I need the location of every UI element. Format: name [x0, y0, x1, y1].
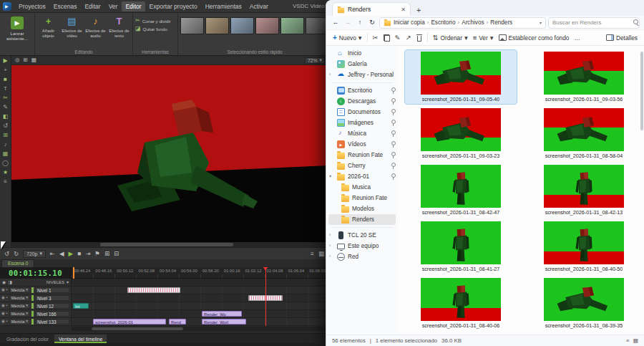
forward-icon[interactable]	[343, 19, 353, 26]
sidebar-item-escritorio[interactable]: Escritorio	[326, 85, 398, 96]
lock-icon[interactable]	[6, 288, 8, 292]
visibility-eye-icon[interactable]	[1, 312, 5, 316]
back-icon[interactable]	[331, 19, 341, 26]
blend-mode-select[interactable]: Mezcla	[9, 311, 30, 317]
sidebar-item-imagenes[interactable]: Imágenes	[326, 117, 398, 128]
add-object-button[interactable]: Añadir objeto	[37, 15, 59, 47]
sidebar-item-reunion-fate[interactable]: Reunion Fate	[326, 150, 398, 160]
share-icon[interactable]	[406, 34, 411, 42]
breadcrumb[interactable]: Iniciar copia › Escritorio › Archivos › …	[379, 17, 546, 29]
search-box[interactable]	[548, 17, 640, 29]
file-item[interactable]: screenshot_2026-01-31_09-03-56	[528, 50, 640, 104]
cut-icon[interactable]	[373, 34, 379, 42]
timeline-hscrollbar[interactable]	[72, 327, 326, 331]
chevron-down-icon[interactable]	[329, 174, 331, 179]
layout-icon[interactable]	[8, 280, 12, 284]
blend-mode-select[interactable]: Mezcla	[9, 319, 30, 325]
stop-icon[interactable]	[77, 251, 81, 257]
explorer-tab[interactable]: Renders ✕	[332, 2, 411, 16]
chevron-right-icon[interactable]	[329, 233, 331, 238]
center-view-icon[interactable]	[15, 57, 20, 63]
chevron-down-icon[interactable]	[540, 21, 542, 25]
text-effects-button[interactable]: Efectos de texto	[108, 15, 130, 47]
lock-icon[interactable]	[6, 296, 8, 300]
breadcrumb-item[interactable]: Escritorio	[431, 19, 455, 26]
sidebar-item-inicio[interactable]: Inicio	[326, 48, 398, 59]
quick-style-thumb[interactable]	[280, 17, 304, 34]
breadcrumb-item[interactable]: Iniciar copia	[394, 19, 425, 26]
menu-ver[interactable]: Ver	[105, 1, 122, 11]
breadcrumb-item[interactable]: Renders	[490, 19, 512, 26]
refresh-icon[interactable]	[367, 19, 377, 26]
draw-tool-icon[interactable]	[3, 105, 8, 112]
track-header[interactable]: Mezcla Nivel 3	[0, 294, 72, 302]
sidebar-item-galeria[interactable]: Galería	[326, 59, 398, 69]
blend-mode-select[interactable]: Mezcla	[9, 295, 30, 301]
undo-icon[interactable]	[4, 251, 9, 257]
thumbnail-view-toggle-icon[interactable]	[633, 338, 638, 344]
file-item[interactable]: screenshot_2026-01-31_08-40-06	[405, 277, 517, 330]
resolution-select[interactable]: 720p	[23, 250, 46, 258]
video-effects-button[interactable]: Efectos de vídeo	[61, 15, 83, 47]
grid-tool-icon[interactable]	[3, 133, 8, 140]
sidebar-item-reunion-fate-sub[interactable]: Reunion Fate	[326, 193, 398, 203]
scene-tab[interactable]: Escena 0	[1, 259, 34, 267]
shape-tool-icon[interactable]	[4, 77, 7, 84]
file-item[interactable]: screenshot_2026-01-31_08-39-35	[528, 277, 640, 330]
rename-icon[interactable]	[395, 34, 401, 42]
menu-editor[interactable]: Editor	[122, 1, 145, 11]
go-end-icon[interactable]	[85, 251, 90, 257]
details-view-toggle-icon[interactable]	[626, 338, 630, 344]
file-item[interactable]: screenshot_2026-01-31_08-42-47	[405, 163, 517, 217]
timeline-view-icon[interactable]	[318, 251, 324, 257]
timeline-ruler[interactable]: 00:46.24 00:48.16 00:50.12 00:52.08 00:5…	[72, 267, 328, 279]
track-header[interactable]: Mezcla Nivel 12	[0, 302, 72, 310]
track-lane[interactable]: Render_Wo	[72, 310, 328, 318]
visibility-eye-icon[interactable]	[1, 319, 5, 324]
search-input[interactable]	[552, 19, 631, 26]
launch-wizard-button[interactable]: Lanzar asistente...	[2, 15, 32, 47]
timeline-clip[interactable]: Render_Wo	[202, 311, 242, 317]
sidebar-item-videos[interactable]: Vídeos	[326, 139, 398, 150]
track-lane[interactable]	[72, 294, 328, 302]
grid-toggle-icon[interactable]	[24, 57, 28, 63]
sidebar-item-red[interactable]: Red	[326, 251, 398, 262]
quick-style-thumb[interactable]	[205, 17, 229, 34]
quick-style-thumb[interactable]	[180, 17, 204, 34]
file-item[interactable]: screenshot_2026-01-31_08-40-50	[528, 220, 640, 274]
tile-tool-icon[interactable]	[3, 151, 9, 158]
select-tool-icon[interactable]	[3, 58, 7, 65]
timeline-clip[interactable]: Render_Worl	[202, 319, 246, 325]
quick-style-thumb[interactable]	[230, 17, 254, 34]
zoom-in-timeline-icon[interactable]	[104, 251, 109, 257]
sidebar-item-renders[interactable]: Renders	[328, 214, 396, 225]
visibility-eye-icon[interactable]	[1, 288, 5, 292]
zoom-out-timeline-icon[interactable]	[114, 251, 119, 257]
add-tool-icon[interactable]	[4, 67, 7, 75]
track-lane[interactable]: screenshot_2026-01 Rend Render_Worl	[72, 318, 328, 326]
remove-background-button[interactable]: Quitar fondo	[135, 26, 175, 32]
new-button[interactable]: + Nuevo	[333, 34, 362, 42]
track-lane[interactable]	[72, 287, 328, 294]
preview-canvas[interactable]	[11, 65, 328, 242]
playhead[interactable]	[265, 267, 266, 326]
visibility-eye-icon[interactable]	[1, 296, 5, 300]
sidebar-item-modelos[interactable]: Modelos	[326, 203, 398, 214]
vertical-scrollbar[interactable]	[640, 50, 643, 330]
set-background-button[interactable]: Establecer como fondo	[499, 34, 570, 42]
timeline-clip[interactable]	[127, 287, 180, 293]
sidebar-item-2026-01[interactable]: 2026-01	[326, 171, 398, 182]
sort-button[interactable]: Ordenar	[433, 34, 468, 42]
menu-editar[interactable]: Editar	[81, 1, 104, 11]
up-icon[interactable]	[355, 19, 365, 26]
lock-icon[interactable]	[6, 312, 8, 316]
text-tool-icon[interactable]	[4, 86, 7, 93]
file-item[interactable]: screenshot_2026-01-31_08-58-04	[528, 107, 640, 160]
audio-effects-button[interactable]: Efectos de audio	[84, 15, 107, 47]
levels-filter-label[interactable]: NIVELES	[47, 280, 64, 284]
go-start-icon[interactable]	[50, 251, 55, 257]
timeline-clip[interactable]: Rend	[169, 319, 186, 325]
copy-icon[interactable]	[384, 34, 390, 42]
track-header[interactable]: Mezcla Nivel 1	[0, 287, 72, 294]
chevron-right-icon[interactable]	[329, 244, 331, 249]
